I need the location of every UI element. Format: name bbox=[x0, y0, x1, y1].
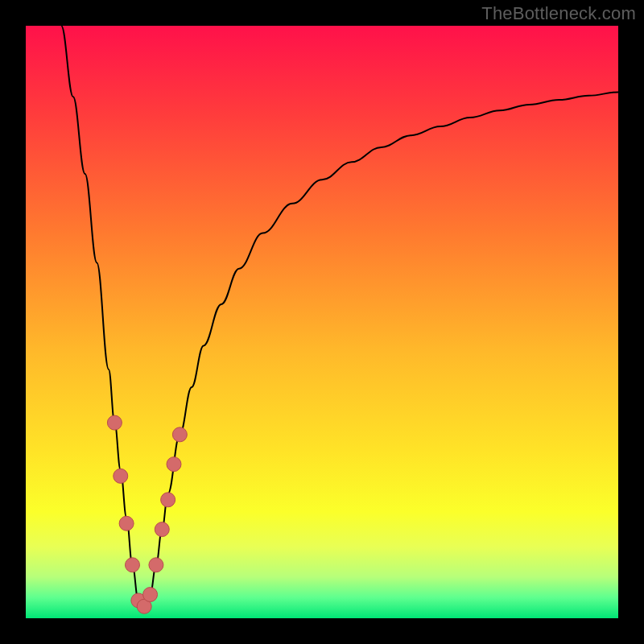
curve-marker-point bbox=[155, 522, 169, 537]
curve-marker-point bbox=[161, 493, 175, 507]
curve-marker-point bbox=[172, 427, 187, 442]
curve-marker-point bbox=[125, 558, 139, 572]
plot-area bbox=[26, 26, 618, 618]
curve-marker-point bbox=[143, 588, 158, 602]
bottleneck-curve-chart bbox=[26, 26, 618, 618]
watermark-text: TheBottleneck.com bbox=[481, 3, 636, 24]
gradient-background bbox=[26, 26, 618, 618]
curve-marker-point bbox=[119, 516, 134, 530]
curve-marker-point bbox=[149, 558, 163, 572]
curve-marker-point bbox=[114, 469, 128, 483]
curve-marker-point bbox=[107, 415, 122, 430]
chart-frame: TheBottleneck.com bbox=[0, 0, 644, 644]
curve-marker-point bbox=[167, 457, 181, 472]
